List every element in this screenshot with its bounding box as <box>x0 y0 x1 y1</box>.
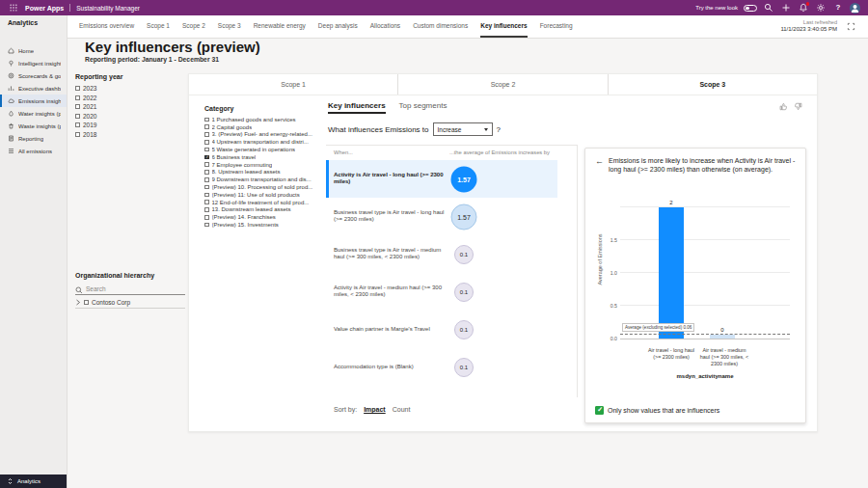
bar-air-travel-medium-haul[interactable] <box>710 335 735 339</box>
category-checkbox[interactable] <box>204 140 209 145</box>
category-item-7[interactable]: 7 Employee commuting <box>204 161 320 169</box>
category-checkbox[interactable] <box>204 124 209 129</box>
influencer-bubble[interactable]: 0.1 <box>454 358 474 377</box>
category-item-5[interactable]: 5 Waste generated in operations <box>204 146 320 153</box>
influencer-bubble[interactable]: 0.1 <box>454 320 474 339</box>
influence-direction-select[interactable]: Increase <box>433 122 493 136</box>
year-checkbox[interactable] <box>75 114 80 119</box>
back-arrow-icon[interactable]: ← <box>595 156 604 174</box>
category-checkbox[interactable] <box>204 215 209 220</box>
category-checkbox[interactable] <box>204 148 209 152</box>
influencer-row-5[interactable]: Value chain partner is Margie's Travel 0… <box>326 311 557 348</box>
category-item-3[interactable]: 3. (Preview) Fuel- and energy-related... <box>204 131 320 139</box>
category-item-14[interactable]: (Preview) 14. Franchises <box>204 213 320 221</box>
sidebar-item-emissions-insights[interactable]: Emissions insights <box>0 95 67 107</box>
scope-2-section-tab[interactable]: Scope 2 <box>397 74 607 95</box>
category-checkbox[interactable] <box>204 155 209 160</box>
category-checkbox[interactable] <box>204 118 209 122</box>
category-checkbox[interactable] <box>204 170 209 175</box>
year-checkbox[interactable] <box>75 132 80 137</box>
sidebar-item-intelligent-insights[interactable]: Intelligent insights (p... <box>0 57 67 69</box>
only-influencers-checkbox[interactable] <box>595 406 604 415</box>
chevron-right-icon[interactable] <box>75 299 81 307</box>
year-checkbox[interactable] <box>75 104 80 109</box>
category-checkbox[interactable] <box>204 177 209 182</box>
influencer-row-6[interactable]: Accommodation type is (Blank) 0.1 <box>326 348 557 386</box>
org-tree-item-contoso[interactable]: Contoso Corp <box>75 297 185 309</box>
tab-custom-dimensions[interactable]: Custom dimensions <box>413 15 468 38</box>
sidebar-item-water-insights[interactable]: Water insights (previ... <box>0 107 67 120</box>
category-checkbox[interactable] <box>204 193 209 198</box>
influencer-row-2[interactable]: Business travel type is Air travel - lon… <box>326 198 557 235</box>
influencer-row-3[interactable]: Business travel type is Air travel - med… <box>326 235 557 273</box>
app-brand[interactable]: Power Apps <box>25 5 64 12</box>
tab-scope-1[interactable]: Scope 1 <box>147 15 170 38</box>
category-checkbox[interactable] <box>204 200 209 204</box>
key-influencers-tab[interactable]: Key influencers <box>328 101 386 114</box>
search-icon[interactable] <box>763 2 774 14</box>
year-option-2019[interactable]: 2019 <box>75 121 185 130</box>
year-option-2021[interactable]: 2021 <box>75 102 185 112</box>
sort-count-option[interactable]: Count <box>393 406 411 413</box>
app-name[interactable]: Sustainability Manager <box>76 5 140 12</box>
category-item-13[interactable]: 13. Downstream leased assets <box>204 206 320 214</box>
influencer-row-4[interactable]: Activity is Air travel - medium haul (>=… <box>326 273 557 311</box>
influencer-row-1[interactable]: Activity is Air travel - long haul (>= 2… <box>326 160 557 198</box>
category-item-6[interactable]: 6 Business travel <box>204 153 320 161</box>
year-checkbox[interactable] <box>75 95 80 100</box>
tab-allocations[interactable]: Allocations <box>370 15 400 38</box>
org-search-input[interactable] <box>86 285 177 292</box>
category-checkbox[interactable] <box>204 207 209 212</box>
category-checkbox[interactable] <box>204 223 209 228</box>
influencer-bubble[interactable]: 0.1 <box>454 245 474 264</box>
category-checkbox[interactable] <box>204 132 209 137</box>
category-item-1[interactable]: 1 Purchased goods and services <box>204 116 320 123</box>
year-checkbox[interactable] <box>75 122 80 127</box>
scope-3-section-tab[interactable]: Scope 3 <box>608 74 817 95</box>
sidebar-item-home[interactable]: Home <box>0 44 67 57</box>
influencer-bubble[interactable]: 1.57 <box>451 166 477 192</box>
influencer-bubble[interactable]: 0.1 <box>454 283 474 302</box>
add-icon[interactable] <box>780 2 792 14</box>
sidebar-item-waste-insights[interactable]: Waste insights (previ... <box>0 120 67 132</box>
scope-1-section-tab[interactable]: Scope 1 <box>189 74 397 95</box>
org-search[interactable] <box>75 284 185 295</box>
help-icon[interactable]: ? <box>832 2 844 14</box>
thumbs-up-icon[interactable] <box>779 102 788 111</box>
settings-gear-icon[interactable] <box>815 2 827 14</box>
try-new-look-toggle[interactable] <box>744 5 757 12</box>
fullscreen-icon[interactable] <box>845 21 856 33</box>
category-item-15[interactable]: (Preview) 15. Investments <box>204 221 320 229</box>
tab-emissions-overview[interactable]: Emissions overview <box>79 15 134 38</box>
year-option-2023[interactable]: 2023 <box>75 84 185 94</box>
tab-renewable-energy[interactable]: Renewable energy <box>254 15 306 38</box>
year-option-2018[interactable]: 2018 <box>75 130 185 140</box>
influencer-bubble[interactable]: 1.57 <box>451 203 477 230</box>
notifications-bell-icon[interactable] <box>798 2 809 14</box>
org-checkbox[interactable] <box>84 300 89 305</box>
category-item-2[interactable]: 2 Capital goods <box>204 123 320 131</box>
year-option-2020[interactable]: 2020 <box>75 112 185 122</box>
sidebar-item-reporting[interactable]: Reporting <box>0 132 67 145</box>
tab-key-influencers[interactable]: Key influencers <box>480 15 527 38</box>
category-checkbox[interactable] <box>204 162 209 167</box>
tab-deep-analysis[interactable]: Deep analysis <box>318 15 358 38</box>
category-item-8[interactable]: 8. Upstream leased assets <box>204 169 320 176</box>
sidebar-item-executive-dashboard[interactable]: Executive dashboard <box>0 82 67 95</box>
category-item-4[interactable]: 4 Upstream transportation and distri... <box>204 138 320 146</box>
only-influencers-option[interactable]: Only show values that are influencers <box>595 406 719 415</box>
bar-air-travel-long-haul[interactable] <box>659 207 684 339</box>
category-item-11[interactable]: (Preview) 11: Use of sold products <box>204 191 320 199</box>
sidebar-item-scorecards-goals[interactable]: Scorecards & goals <box>0 69 67 82</box>
year-checkbox[interactable] <box>75 86 80 91</box>
sidebar-item-all-emissions[interactable]: All emissions <box>0 145 67 157</box>
category-item-9[interactable]: 9 Downstream transportation and dis... <box>204 176 320 183</box>
thumbs-down-icon[interactable] <box>794 102 802 111</box>
user-avatar[interactable] <box>850 3 860 14</box>
sort-impact-option[interactable]: Impact <box>364 406 386 413</box>
category-item-10[interactable]: (Preview) 10. Processing of sold prod... <box>204 183 320 191</box>
tab-scope-2[interactable]: Scope 2 <box>182 15 205 38</box>
tab-forecasting[interactable]: Forecasting <box>540 15 573 38</box>
category-item-12[interactable]: 12 End-of-life treatment of sold prod... <box>204 199 320 206</box>
top-segments-tab[interactable]: Top segments <box>399 101 448 114</box>
